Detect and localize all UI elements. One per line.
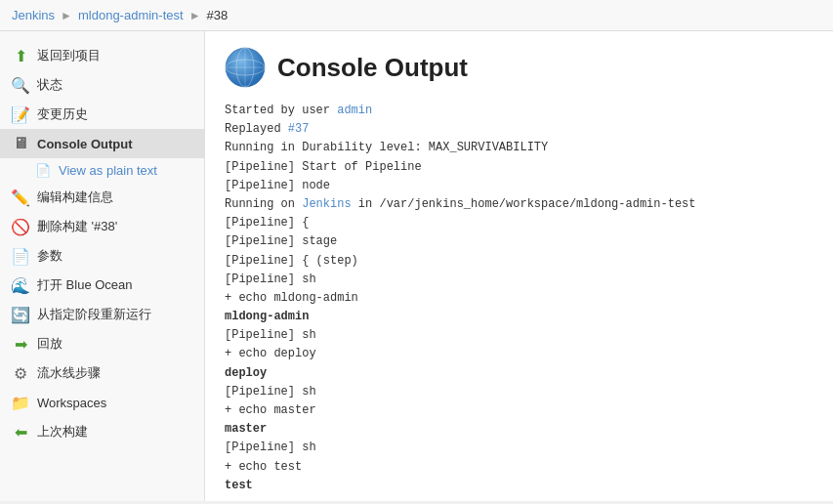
console-output-icon: 🖥 [12, 135, 29, 152]
console-link-1[interactable]: #37 [288, 122, 310, 136]
console-line: mldong-admin [225, 308, 813, 326]
console-line: + echo deploy [225, 345, 813, 363]
sidebar-item-console-output[interactable]: 🖥Console Output [0, 129, 204, 158]
console-line: + echo master [225, 401, 813, 420]
console-globe-icon [225, 47, 266, 88]
sidebar-item-label: 编辑构建信息 [37, 189, 113, 206]
sidebar-item-change-history[interactable]: 📝变更历史 [0, 100, 204, 129]
breadcrumb-project[interactable]: mldong-admin-test [78, 8, 184, 22]
sidebar-item-open-blue-ocean[interactable]: 🌊打开 Blue Ocean [0, 271, 204, 300]
sidebar-item-restart-from-stage[interactable]: 🔄从指定阶段重新运行 [0, 300, 204, 329]
console-line: Running on Jenkins in /var/jenkins_home/… [225, 195, 813, 214]
console-link-0[interactable]: admin [337, 104, 372, 117]
sidebar-item-label: 回放 [37, 335, 62, 353]
console-line: deploy [225, 364, 813, 383]
sidebar-item-edit-build-info[interactable]: ✏️编辑构建信息 [0, 183, 204, 212]
sidebar-item-previous-build[interactable]: ⬅上次构建 [0, 417, 204, 446]
sidebar-item-label: 删除构建 '#38' [37, 218, 117, 235]
sidebar-item-label: Workspaces [37, 396, 106, 410]
console-line: [Pipeline] sh [225, 383, 813, 401]
console-line: Started by user admin [225, 102, 813, 120]
console-title: Console Output [277, 53, 468, 83]
sidebar-item-label: View as plain text [59, 163, 157, 178]
back-to-project-icon: ⬆ [12, 47, 29, 64]
previous-build-icon: ⬅ [12, 423, 29, 441]
main-content: Console Output Started by user adminRepl… [205, 31, 833, 501]
workspaces-icon: 📁 [12, 394, 29, 411]
sidebar-item-delete-build[interactable]: 🚫删除构建 '#38' [0, 212, 204, 241]
replay-icon: ➡ [12, 335, 29, 353]
sidebar-item-status[interactable]: 🔍状态 [0, 70, 204, 100]
restart-from-stage-icon: 🔄 [12, 306, 29, 323]
console-line: [Pipeline] stage [225, 232, 813, 251]
view-plain-text-icon: 📄 [35, 163, 51, 178]
edit-build-info-icon: ✏️ [12, 189, 29, 206]
sidebar-item-label: 流水线步骤 [37, 364, 101, 382]
console-line: [Pipeline] node [225, 177, 813, 195]
main-layout: ⬆返回到项目🔍状态📝变更历史🖥Console Output📄View as pl… [0, 31, 833, 501]
console-line: master [225, 420, 813, 439]
sidebar-item-label: 状态 [37, 76, 62, 94]
console-line: [Pipeline] { [225, 214, 813, 232]
console-line: + echo test [225, 458, 813, 477]
console-link-5[interactable]: Jenkins [302, 197, 351, 211]
sidebar-item-replay[interactable]: ➡回放 [0, 329, 204, 358]
sidebar-item-label: 返回到项目 [37, 47, 101, 64]
console-line: [Pipeline] { (step) [225, 252, 813, 271]
sidebar-item-label: 打开 Blue Ocean [37, 276, 133, 294]
breadcrumb-build: #38 [207, 8, 229, 22]
sidebar-item-params[interactable]: 📄参数 [0, 241, 204, 271]
sidebar-item-label: 从指定阶段重新运行 [37, 306, 151, 323]
delete-build-icon: 🚫 [12, 218, 29, 235]
console-line: test [225, 477, 813, 495]
breadcrumb-sep-2: ► [189, 9, 201, 22]
sidebar-item-view-plain-text[interactable]: 📄View as plain text [0, 158, 204, 183]
console-line: [Pipeline] sh [225, 271, 813, 289]
console-line: [Pipeline] Start of Pipeline [225, 158, 813, 177]
sidebar-item-pipeline-steps[interactable]: ⚙流水线步骤 [0, 358, 204, 388]
console-line: + echo mldong-admin [225, 289, 813, 308]
console-header: Console Output [225, 47, 813, 88]
sidebar: ⬆返回到项目🔍状态📝变更历史🖥Console Output📄View as pl… [0, 31, 205, 501]
sidebar-item-workspaces[interactable]: 📁Workspaces [0, 388, 204, 417]
sidebar-item-label: 上次构建 [37, 423, 88, 441]
open-blue-ocean-icon: 🌊 [12, 276, 29, 294]
breadcrumb: Jenkins ► mldong-admin-test ► #38 [0, 0, 833, 31]
change-history-icon: 📝 [12, 105, 29, 123]
console-line: Replayed #37 [225, 120, 813, 139]
pipeline-steps-icon: ⚙ [12, 364, 29, 382]
console-line: Running in Durability level: MAX_SURVIVA… [225, 139, 813, 157]
console-output: Started by user adminReplayed #37Running… [225, 102, 813, 495]
sidebar-item-label: 变更历史 [37, 105, 88, 123]
console-line: [Pipeline] sh [225, 326, 813, 345]
breadcrumb-sep-1: ► [61, 9, 72, 22]
sidebar-item-label: Console Output [37, 137, 133, 151]
sidebar-item-back-to-project[interactable]: ⬆返回到项目 [0, 41, 204, 70]
breadcrumb-jenkins[interactable]: Jenkins [12, 8, 55, 22]
console-line: [Pipeline] sh [225, 439, 813, 457]
sidebar-item-label: 参数 [37, 247, 62, 265]
status-icon: 🔍 [12, 76, 29, 94]
params-icon: 📄 [12, 247, 29, 265]
